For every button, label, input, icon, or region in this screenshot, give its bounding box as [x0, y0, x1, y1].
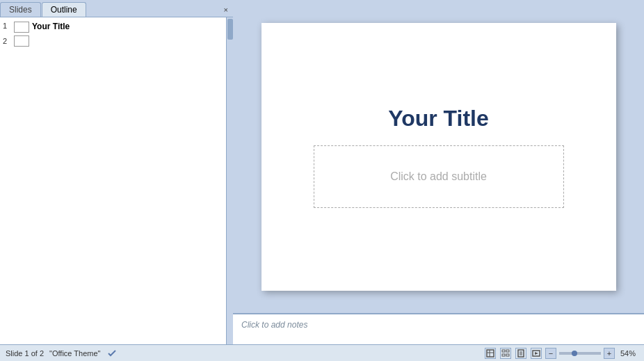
zoom-slider[interactable]	[559, 352, 601, 355]
theme-name[interactable]: "Office Theme"	[49, 349, 100, 358]
left-panel: Slides Outline × 1 Your Title 2	[0, 0, 233, 344]
list-item: 2	[3, 34, 223, 48]
slideshow-icon[interactable]	[531, 348, 542, 359]
slideshow-svg	[532, 349, 540, 358]
reading-view-icon[interactable]	[515, 348, 526, 359]
outline-number-2: 2	[3, 37, 11, 45]
outline-number-1: 1	[3, 22, 11, 30]
normal-view-icon[interactable]	[485, 348, 496, 359]
slide-thumbnail-2	[14, 35, 29, 47]
slide-title: Your Title	[388, 106, 489, 131]
tabs-row: Slides Outline ×	[0, 0, 233, 17]
slide-info: Slide 1 of 2	[6, 349, 44, 358]
svg-rect-4	[506, 350, 509, 352]
status-right: − + 54%	[484, 348, 638, 359]
notes-area[interactable]: Click to add notes	[233, 313, 644, 344]
zoom-in-button[interactable]: +	[604, 348, 615, 359]
notes-placeholder: Click to add notes	[241, 320, 307, 330]
status-left: Slide 1 of 2 "Office Theme"	[6, 347, 478, 360]
list-item: 1 Your Title	[3, 20, 223, 34]
scrollbar-thumb[interactable]	[227, 19, 233, 40]
zoom-slider-thumb[interactable]	[572, 351, 577, 356]
svg-rect-3	[502, 350, 505, 352]
language-icon[interactable]	[106, 347, 118, 360]
outline-scroll-area: 1 Your Title 2	[0, 17, 233, 344]
status-bar: Slide 1 of 2 "Office Theme"	[0, 344, 644, 361]
zoom-out-button[interactable]: −	[545, 348, 556, 359]
zoom-level: 54%	[618, 349, 638, 358]
main-area: Slides Outline × 1 Your Title 2	[0, 0, 644, 344]
scrollbar-track[interactable]	[226, 17, 233, 344]
slide-subtitle-placeholder: Click to add subtitle	[390, 170, 487, 183]
slide-sorter-svg	[501, 349, 510, 358]
slide-area: Your Title Click to add subtitle	[233, 0, 644, 313]
slide-canvas[interactable]: Your Title Click to add subtitle	[261, 23, 616, 291]
tab-outline[interactable]: Outline	[42, 2, 86, 17]
tab-slides[interactable]: Slides	[0, 2, 41, 17]
slide-thumbnail-1	[14, 22, 29, 33]
outline-panel: Slides Outline × 1 Your Title 2	[0, 0, 233, 344]
outline-title-text: Your Title	[32, 22, 70, 31]
slide-subtitle-box[interactable]: Click to add subtitle	[314, 145, 564, 208]
svg-rect-0	[487, 350, 494, 357]
close-icon[interactable]: ×	[220, 4, 232, 15]
svg-marker-12	[535, 352, 538, 355]
outline-content[interactable]: 1 Your Title 2	[0, 17, 226, 344]
check-mark-icon	[106, 348, 118, 359]
normal-view-svg	[486, 349, 494, 358]
tabs-bar: Slides Outline ×	[0, 0, 233, 17]
slide-sorter-icon[interactable]	[500, 348, 511, 359]
svg-rect-6	[506, 354, 509, 356]
reading-view-svg	[517, 349, 525, 358]
svg-rect-5	[502, 354, 505, 356]
right-area: Your Title Click to add subtitle Click t…	[233, 0, 644, 344]
